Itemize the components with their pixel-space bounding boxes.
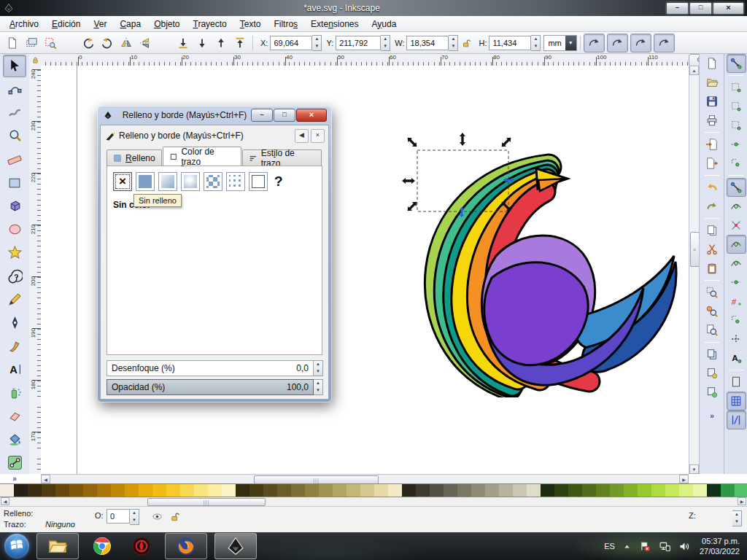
snap-bbox-corners-toggle[interactable] <box>727 116 746 135</box>
palette-swatch[interactable] <box>111 484 125 497</box>
copy-button[interactable] <box>703 221 722 240</box>
command-button[interactable] <box>703 130 721 135</box>
save-document-button[interactable] <box>703 92 722 111</box>
taskbar-chrome[interactable] <box>86 534 118 559</box>
snap-bbox-toggle[interactable] <box>727 78 746 97</box>
palette-swatch[interactable] <box>28 484 42 497</box>
maximize-button[interactable] <box>689 2 712 15</box>
palette-swatch[interactable] <box>139 484 152 497</box>
command-button[interactable] <box>703 216 721 221</box>
cut-button[interactable] <box>703 240 722 259</box>
tab-estilo-de-trazo[interactable]: Estilo de trazo <box>242 149 322 166</box>
ellipse-tool[interactable] <box>3 218 26 241</box>
no-paint-button[interactable] <box>113 172 132 191</box>
tab-relleno[interactable]: Relleno <box>107 149 162 166</box>
snap-intersections-toggle[interactable] <box>727 216 746 235</box>
tweak-tool[interactable] <box>3 101 26 124</box>
palette-swatch[interactable] <box>568 484 582 497</box>
palette-swatch[interactable] <box>347 484 360 497</box>
palette-swatch[interactable] <box>541 484 554 497</box>
palette-swatch[interactable] <box>513 484 527 497</box>
zoom-spinner[interactable] <box>732 510 742 526</box>
palette-swatch[interactable] <box>485 484 499 497</box>
palette-swatch[interactable] <box>319 484 333 497</box>
lock-ratio-icon[interactable] <box>461 38 471 48</box>
flip-horizontal-button[interactable] <box>117 34 136 52</box>
select-all-layers-button[interactable] <box>22 34 41 52</box>
ruler-units-lock[interactable] <box>29 54 42 66</box>
body-purple[interactable] <box>484 262 588 365</box>
menu-trayecto[interactable]: Trayecto <box>187 18 233 31</box>
unlink-clone-button[interactable] <box>703 383 722 402</box>
text-tool[interactable] <box>3 358 26 381</box>
palette-swatch[interactable] <box>693 484 707 497</box>
command-button[interactable] <box>703 173 721 178</box>
snap-object-centers-toggle[interactable] <box>727 311 746 330</box>
h-spinner[interactable] <box>531 35 541 51</box>
palette-swatch[interactable] <box>180 484 194 497</box>
menu-extensiones[interactable]: Extensiones <box>304 18 365 31</box>
eraser-tool[interactable] <box>3 405 26 427</box>
snap-toggle[interactable] <box>727 173 746 178</box>
commands-overflow[interactable]: » <box>700 412 724 420</box>
snap-bbox-midpoints-toggle[interactable] <box>727 135 746 154</box>
palette-swatch[interactable] <box>125 484 139 497</box>
palette-swatch[interactable] <box>665 484 679 497</box>
palette-swatch[interactable] <box>55 484 69 497</box>
snap-midpoints-toggle[interactable] <box>727 273 746 292</box>
star-tool[interactable] <box>3 241 26 264</box>
redo-button[interactable] <box>703 197 722 216</box>
palette-swatch[interactable] <box>499 484 513 497</box>
taskbar-explorer[interactable] <box>36 533 79 559</box>
network-icon[interactable] <box>659 540 671 553</box>
calligraphy-tool[interactable] <box>3 335 26 357</box>
palette-swatch[interactable] <box>263 484 277 497</box>
action-center-icon[interactable] <box>639 540 651 553</box>
spiral-tool[interactable] <box>3 265 26 287</box>
spray-tool[interactable] <box>3 381 26 404</box>
menu-texto[interactable]: Texto <box>233 18 268 31</box>
palette-swatch[interactable] <box>291 484 305 497</box>
affect-gradient-toggle[interactable] <box>630 34 651 52</box>
language-indicator[interactable]: ES <box>604 542 615 551</box>
affect-stroke-toggle[interactable] <box>584 34 605 52</box>
palette-swatch[interactable] <box>430 484 444 497</box>
measure-tool[interactable] <box>3 148 26 171</box>
vertical-scrollbar[interactable]: ▲ ≡ ▼ <box>689 66 700 474</box>
vertical-ruler[interactable]: 240230220210200190180170 <box>29 66 42 474</box>
x-field[interactable]: 69,064 <box>270 36 312 50</box>
snap-text-baseline-toggle[interactable] <box>727 349 746 368</box>
snap-smooth-nodes-toggle[interactable] <box>727 254 746 273</box>
palette-swatch[interactable] <box>360 484 374 497</box>
snap-cusp-nodes-toggle[interactable] <box>727 235 746 254</box>
command-button[interactable] <box>703 340 721 345</box>
palette-swatch[interactable] <box>624 484 638 497</box>
clock[interactable]: 05:37 p.m.27/03/2022 <box>700 536 740 556</box>
affect-corners-toggle[interactable] <box>607 34 628 52</box>
palette-swatch[interactable] <box>527 484 541 497</box>
select-all-button[interactable] <box>3 34 22 52</box>
palette-swatch[interactable] <box>596 484 610 497</box>
palette-swatch[interactable] <box>42 484 55 497</box>
bird-artwork[interactable] <box>403 133 689 397</box>
snap-guides-toggle[interactable] <box>727 411 746 429</box>
palette-swatch[interactable] <box>457 484 471 497</box>
clone-button[interactable] <box>703 364 722 383</box>
toolbox-overflow[interactable]: » <box>0 475 29 483</box>
palette-swatch[interactable] <box>166 484 180 497</box>
panel-close-button[interactable]: × <box>311 129 325 143</box>
blur-spinner[interactable] <box>314 360 323 376</box>
paste-button[interactable] <box>703 259 722 278</box>
affect-pattern-toggle[interactable] <box>654 34 675 52</box>
raise-to-top-button[interactable] <box>231 34 249 52</box>
menu-ver[interactable]: Ver <box>87 18 113 31</box>
snap-bbox-centers-toggle[interactable] <box>727 154 746 173</box>
horizontal-ruler[interactable]: 0102030405060708090100110120 <box>41 54 689 66</box>
import-button[interactable] <box>703 135 722 154</box>
box3d-tool[interactable] <box>3 195 26 217</box>
horizontal-scrollbar[interactable]: ◀ ||| ▶ <box>41 474 689 484</box>
snap-grid-toggle[interactable] <box>727 392 746 411</box>
opacity-spinner[interactable] <box>314 379 323 395</box>
menu-edicion[interactable]: Edición <box>45 18 87 31</box>
undo-button[interactable] <box>703 178 722 197</box>
